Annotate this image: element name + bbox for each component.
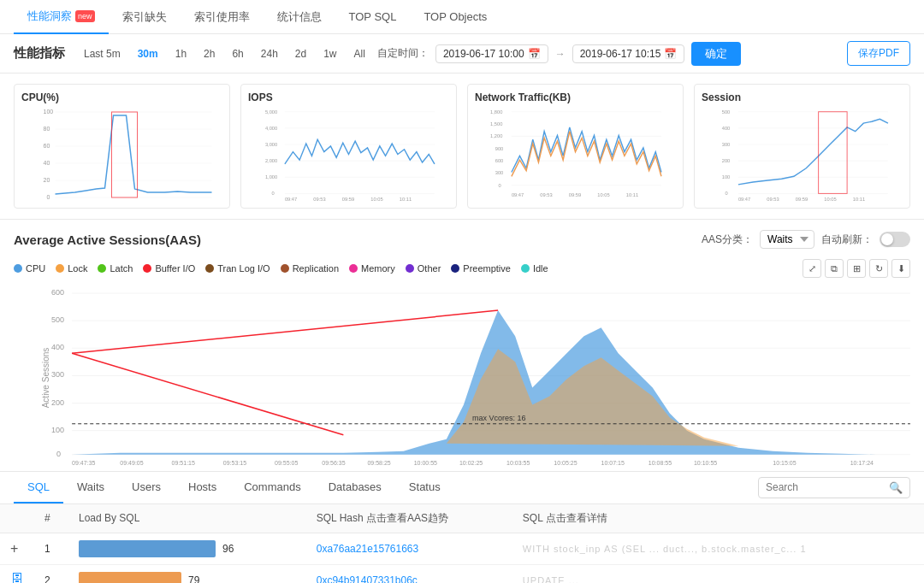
svg-text:500: 500 — [722, 109, 731, 115]
time-all[interactable]: All — [349, 46, 370, 62]
row1-hash-link[interactable]: 0xa76aa21e15761663 — [317, 543, 418, 555]
svg-text:1,200: 1,200 — [490, 133, 502, 138]
tab-commands[interactable]: Commands — [230, 472, 314, 504]
session-chart: Session 500 400 300 200 100 0 — [694, 84, 910, 209]
tab-status[interactable]: Status — [395, 472, 454, 504]
time-last5m[interactable]: Last 5m — [79, 46, 126, 62]
tab-hosts[interactable]: Hosts — [175, 472, 230, 504]
sql-table: # Load By SQL SQL Hash 点击查看AAS趋势 SQL 点击查… — [0, 504, 924, 583]
svg-text:300: 300 — [51, 370, 64, 379]
tab-sql[interactable]: SQL — [14, 472, 63, 504]
svg-text:3,000: 3,000 — [265, 142, 277, 147]
col-action — [0, 504, 34, 533]
tab-databases[interactable]: Databases — [315, 472, 395, 504]
svg-text:10:03:55: 10:03:55 — [506, 460, 530, 465]
row1-hash[interactable]: 0xa76aa21e15761663 — [306, 533, 512, 564]
svg-text:0: 0 — [47, 194, 50, 200]
search-input[interactable] — [766, 481, 886, 493]
aas-header: Average Active Sessions(AAS) AAS分类： Wait… — [14, 230, 910, 249]
nav-index-usage[interactable]: 索引使用率 — [181, 0, 264, 34]
expand-icon[interactable]: ⤢ — [803, 259, 821, 278]
time-arrow: → — [555, 48, 566, 60]
svg-text:600: 600 — [51, 288, 64, 297]
svg-text:09:53: 09:53 — [313, 197, 325, 201]
svg-marker-84 — [447, 349, 738, 445]
svg-text:09:47:35: 09:47:35 — [72, 460, 95, 465]
aas-section: Average Active Sessions(AAS) AAS分类： Wait… — [0, 220, 924, 472]
nav-top-objects[interactable]: TOP Objects — [410, 0, 500, 34]
svg-text:1,500: 1,500 — [490, 121, 502, 127]
row2-hash[interactable]: 0xc94b91407331b06c — [306, 564, 512, 583]
svg-text:09:56:35: 09:56:35 — [322, 460, 345, 465]
time-6h[interactable]: 6h — [227, 46, 248, 62]
svg-text:300: 300 — [722, 142, 731, 147]
cpu-chart: CPU(%) 100 80 60 40 20 0 — [14, 84, 230, 209]
download-icon[interactable]: ⬇ — [891, 259, 910, 278]
time-2d[interactable]: 2d — [290, 46, 311, 62]
svg-text:400: 400 — [722, 126, 731, 131]
aas-filter-select[interactable]: Waits CPU — [760, 230, 814, 249]
svg-text:0: 0 — [56, 450, 61, 458]
charts-row: CPU(%) 100 80 60 40 20 0 — [14, 84, 910, 209]
svg-text:09:47: 09:47 — [285, 197, 297, 201]
date-to-input[interactable]: 2019-06-17 10:15 📅 — [572, 44, 685, 63]
date-from-input[interactable]: 2019-06-17 10:00 📅 — [435, 44, 548, 63]
svg-text:100: 100 — [44, 109, 54, 115]
aas-auto-refresh-toggle[interactable] — [880, 232, 910, 247]
row2-bar-orange — [79, 572, 181, 583]
legend-idle: Idle — [521, 263, 548, 274]
db-row-icon[interactable]: 🗄 — [10, 573, 24, 583]
time-2h[interactable]: 2h — [198, 46, 220, 62]
expand-row-icon[interactable]: + — [10, 541, 18, 556]
aas-legend: CPU Lock Latch Buffer I/O Tran Log I/O R… — [14, 256, 910, 285]
tabs-bar: SQL Waits Users Hosts Commands Databases… — [0, 472, 924, 504]
svg-rect-63 — [819, 112, 847, 194]
svg-rect-12 — [112, 112, 138, 197]
row2-num: 2 — [34, 564, 68, 583]
page-title: 性能指标 — [14, 45, 65, 62]
aas-y-axis-label: Active Sessions — [41, 348, 50, 409]
row1-bar: 96 — [68, 533, 306, 564]
nav-top-sql[interactable]: TOP SQL — [335, 0, 411, 34]
iops-chart-area: 5,000 4,000 3,000 2,000 1,000 0 09:47 09… — [248, 107, 449, 201]
svg-text:0: 0 — [499, 183, 501, 188]
time-24h[interactable]: 24h — [256, 46, 283, 62]
svg-line-87 — [72, 353, 343, 434]
nav-stats[interactable]: 统计信息 — [264, 0, 335, 34]
search-icon[interactable]: 🔍 — [889, 481, 903, 494]
time-30m[interactable]: 30m — [133, 46, 163, 62]
copy-icon[interactable]: ⧉ — [825, 259, 844, 278]
legend-memory: Memory — [349, 263, 395, 274]
refresh-icon[interactable]: ↻ — [869, 259, 888, 278]
tab-waits[interactable]: Waits — [63, 472, 118, 504]
save-pdf-button[interactable]: 保存PDF — [847, 41, 910, 66]
network-chart-area: 1,800 1,500 1,200 900 600 300 0 09:47 09… — [475, 107, 676, 201]
row1-detail: WITH stock_inp AS (SEL ... duct..., b.st… — [512, 533, 924, 564]
nav-perf-insight[interactable]: 性能洞察 new — [14, 0, 109, 34]
svg-text:200: 200 — [51, 398, 64, 407]
row2-hash-link[interactable]: 0xc94b91407331b06c — [317, 574, 418, 583]
session-title: Session — [702, 91, 903, 103]
toolbar: 性能指标 Last 5m 30m 1h 2h 6h 24h 2d 1w All … — [0, 34, 924, 74]
svg-text:500: 500 — [51, 315, 64, 324]
tab-users[interactable]: Users — [118, 472, 175, 504]
row2-detail: UPDATE ... — [512, 564, 924, 583]
svg-text:10:10:55: 10:10:55 — [694, 460, 717, 465]
svg-text:10:07:15: 10:07:15 — [601, 460, 625, 465]
row1-bar-value: 96 — [222, 543, 234, 555]
svg-text:max Vcores: 16: max Vcores: 16 — [472, 414, 526, 422]
session-chart-area: 500 400 300 200 100 0 09:47 — [702, 107, 903, 201]
nav-missing-index[interactable]: 索引缺失 — [109, 0, 181, 34]
network-svg: 1,800 1,500 1,200 900 600 300 0 09:47 09… — [475, 107, 676, 201]
confirm-button[interactable]: 确定 — [691, 42, 741, 66]
aas-filter-label: AAS分类： — [702, 233, 753, 247]
table-icon[interactable]: ⊞ — [847, 259, 866, 278]
time-1h[interactable]: 1h — [170, 46, 192, 62]
time-1w[interactable]: 1w — [318, 46, 341, 62]
svg-text:4,000: 4,000 — [265, 126, 277, 131]
svg-text:10:00:55: 10:00:55 — [414, 460, 437, 465]
network-title: Network Traffic(KB) — [475, 91, 676, 103]
svg-text:10:05: 10:05 — [824, 197, 836, 201]
top-nav: 性能洞察 new 索引缺失 索引使用率 统计信息 TOP SQL TOP Obj… — [0, 0, 924, 34]
svg-text:09:47: 09:47 — [512, 192, 524, 197]
